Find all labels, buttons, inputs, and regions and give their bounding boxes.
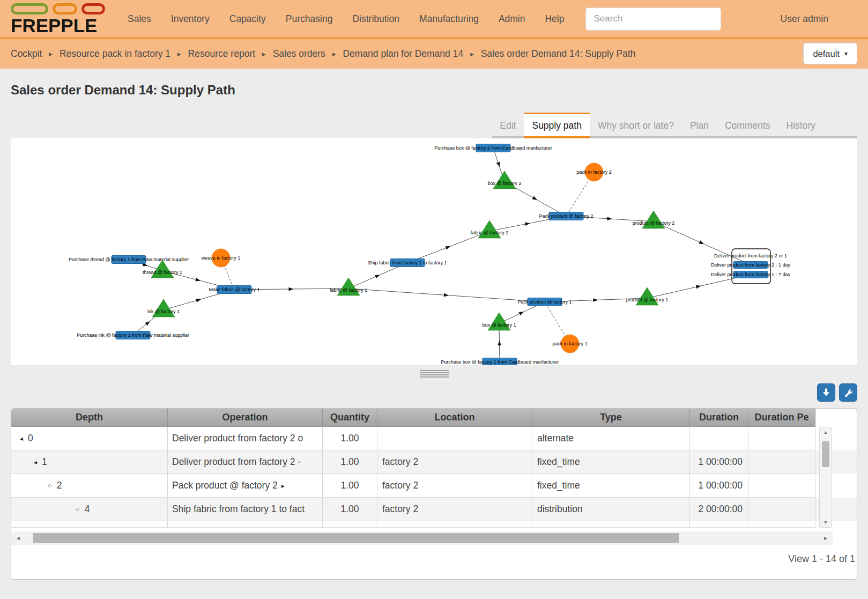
nav-item-admin[interactable]: Admin [499, 13, 525, 25]
nav-item-distribution[interactable]: Distribution [352, 13, 399, 25]
breadcrumb-item[interactable]: Resource pack in factory 1 [60, 48, 170, 60]
location-cell: factory 2 [377, 498, 532, 521]
tab-why-short-or-late[interactable]: Why short or late? [590, 113, 682, 138]
tree-leaf-icon[interactable]: ○ [76, 505, 80, 513]
duration-cell [690, 427, 748, 450]
tab-plan[interactable]: Plan [682, 113, 717, 138]
tree-leaf-icon[interactable]: ○ [48, 482, 52, 490]
panel-resize-handle[interactable] [420, 368, 449, 380]
vertical-scrollbar[interactable]: ▲ ▼ [819, 427, 832, 528]
operation-cell[interactable]: Ship fabric from factory 1 to fact [168, 498, 323, 521]
tree-collapse-icon[interactable]: ◂ [34, 459, 37, 466]
depth-cell: ◂1 [11, 450, 168, 474]
breadcrumb-item[interactable]: Cockpit [11, 48, 42, 60]
cluster-title: Deliver product from factory 2 or 1 [714, 253, 787, 258]
view-selector-button[interactable]: default ▾ [803, 43, 857, 64]
breadcrumb-item[interactable]: Resource report [188, 48, 255, 60]
supply-path-graph[interactable]: Purchase box @ factory 2 from Cardboard … [11, 138, 857, 365]
nav-item-help[interactable]: Help [545, 13, 564, 25]
column-header-type[interactable]: Type [532, 409, 690, 427]
table-toolbar [11, 383, 857, 402]
buffer-node-box_f2[interactable] [493, 171, 516, 189]
operation-cell[interactable]: Deliver product from factory 2 - [168, 450, 323, 474]
tab-edit[interactable]: Edit [492, 113, 524, 138]
nav-item-purchasing[interactable]: Purchasing [286, 13, 333, 25]
depth-value: 4 [85, 504, 90, 515]
buffer-node-prod_f2[interactable] [642, 211, 665, 228]
scroll-right-icon[interactable]: ▸ [819, 535, 833, 542]
horizontal-scrollbar-thumb[interactable] [33, 533, 679, 543]
location-cell: factory 2 [377, 474, 532, 498]
settings-button[interactable] [839, 383, 857, 402]
vertical-scrollbar-thumb[interactable] [822, 441, 829, 467]
edge-arrow-icon [375, 273, 381, 278]
duration-per-cell [748, 474, 815, 498]
depth-cell: ○4 [11, 498, 168, 521]
operation-value: Deliver product from factory 2 o [172, 433, 303, 444]
breadcrumb-separator-icon: ▸ [332, 50, 336, 58]
nav-item-manufacturing[interactable]: Manufacturing [419, 13, 479, 25]
tab-history[interactable]: History [778, 113, 824, 138]
buffer-node-ink_f1[interactable] [152, 299, 175, 317]
empty-cell [377, 521, 532, 528]
column-header-duration[interactable]: Duration [690, 409, 748, 427]
node-label-pack_prod_f2: Pack product @ factory 2 [539, 213, 593, 219]
pager-status: View 1 - 14 of 1 [11, 545, 857, 565]
scroll-left-icon[interactable]: ◂ [11, 535, 25, 542]
view-selector-label: default [813, 49, 840, 59]
duration-cell: 2 00:00:00 [690, 498, 748, 521]
node-label-purch_thread_f1: Purchase thread @ factory 1 from Raw mat… [69, 257, 189, 262]
breadcrumb-separator-icon: ▸ [49, 50, 53, 58]
breadcrumb-bar: Cockpit▸Resource pack in factory 1▸Resou… [0, 39, 868, 69]
nav-item-capacity[interactable]: Capacity [229, 13, 266, 25]
column-header-depth[interactable]: Depth [11, 409, 168, 427]
buffer-node-fabric_f2[interactable] [478, 220, 501, 238]
edge-arrow-icon [196, 298, 202, 302]
column-header-duration-pe[interactable]: Duration Pe [748, 409, 815, 427]
operation-cell[interactable]: Deliver product from factory 2 o [168, 427, 323, 450]
table-row: ○4Ship fabric from factory 1 to fact1.00… [11, 498, 857, 521]
search-input[interactable] [585, 8, 721, 31]
duration-cell: 1 00:00:00 [690, 450, 748, 474]
edge-arrow-icon [195, 278, 201, 283]
tab-comments[interactable]: Comments [717, 113, 778, 138]
edge-arrow-icon [444, 293, 449, 297]
buffer-node-fabric_f1[interactable] [337, 278, 360, 295]
scroll-down-icon[interactable]: ▼ [820, 517, 832, 527]
user-menu[interactable]: User admin [781, 13, 828, 25]
duration-cell: 1 00:00:00 [690, 474, 748, 498]
horizontal-scrollbar[interactable]: ◂ ▸ [11, 531, 833, 545]
duration-per-cell [748, 450, 815, 474]
nav-item-sales[interactable]: Sales [128, 13, 151, 25]
column-header-operation[interactable]: Operation [168, 409, 323, 427]
operation-value: Ship fabric from factory 1 to fact [172, 504, 305, 515]
breadcrumb-item[interactable]: Sales order Demand 14: Supply Path [481, 48, 636, 60]
supply-path-graph-panel: Purchase box @ factory 2 from Cardboard … [11, 138, 857, 365]
node-label-purch_box_f2: Purchase box @ factory 2 from Cardboard … [434, 145, 552, 151]
buffer-node-thread_f1[interactable] [151, 260, 174, 278]
breadcrumb-item[interactable]: Demand plan for Demand 14 [343, 48, 463, 60]
node-label-purch_box_f1: Purchase box @ factory 1 from Cardboard … [441, 359, 559, 365]
depth-value: 0 [28, 433, 33, 444]
download-button[interactable] [817, 383, 835, 402]
tab-supply-path[interactable]: Supply path [524, 113, 589, 138]
node-label-purch_ink_f1: Purchase ink @ factory 1 from Raw materi… [77, 332, 189, 338]
column-header-quantity[interactable]: Quantity [323, 409, 377, 427]
edge-arrow-icon [288, 287, 293, 291]
node-label-pack_prod_f1: Pack product @ factory 1 [517, 299, 572, 305]
tree-expand-icon[interactable]: ▸ [281, 482, 285, 490]
depth-value: 1 [42, 456, 47, 468]
column-header-location[interactable]: Location [377, 409, 532, 427]
edge-arrow-icon [519, 310, 525, 315]
breadcrumb-separator-icon: ▸ [470, 50, 474, 58]
tree-collapse-icon[interactable]: ◂ [20, 435, 23, 442]
frepple-logo[interactable]: FREPPLE [11, 3, 105, 35]
edge-arrow-icon [593, 298, 598, 302]
type-cell: fixed_time [532, 474, 690, 498]
scroll-up-icon[interactable]: ▲ [820, 427, 832, 437]
buffer-node-box_f1[interactable] [488, 313, 510, 330]
nav-item-inventory[interactable]: Inventory [171, 13, 210, 25]
breadcrumb-item[interactable]: Sales orders [273, 48, 325, 60]
supply-path-table: DepthOperationQuantityLocationTypeDurati… [11, 408, 857, 580]
operation-cell[interactable]: Pack product @ factory 2▸ [168, 474, 323, 498]
